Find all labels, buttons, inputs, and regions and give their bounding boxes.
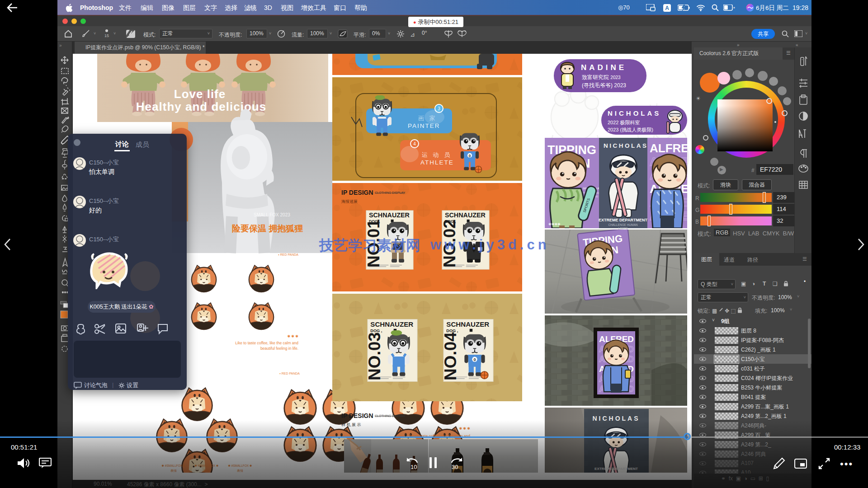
svg-text:LIMITS: LIMITS bbox=[618, 227, 628, 230]
svg-text:NICHOLAS: NICHOLAS bbox=[608, 109, 661, 117]
svg-text:(寻找毛爷爷) 2023: (寻找毛爷爷) 2023 bbox=[582, 82, 626, 89]
svg-text:CHALLENGE HUMAN: CHALLENGE HUMAN bbox=[608, 223, 637, 226]
svg-text:30: 30 bbox=[452, 464, 458, 470]
svg-text:ALFRED: ALFRED bbox=[650, 141, 692, 155]
svg-text:2023 (挑战人类极限): 2023 (挑战人类极限) bbox=[608, 127, 653, 132]
svg-text:✱✱✱✱: ✱✱✱✱ bbox=[548, 222, 561, 226]
svg-text:2022 极限科室: 2022 极限科室 bbox=[608, 120, 640, 125]
svg-text:致富研究院 2023: 致富研究院 2023 bbox=[582, 74, 621, 80]
svg-text:10: 10 bbox=[410, 464, 417, 470]
svg-text:NICHOLAS: NICHOLAS bbox=[604, 142, 648, 149]
svg-text:EXTREME DEPARTMENT: EXTREME DEPARTMENT bbox=[599, 218, 647, 222]
svg-text:NICHOLAS: NICHOLAS bbox=[592, 415, 640, 422]
svg-text:NADINE: NADINE bbox=[581, 63, 627, 72]
svg-text:A: A bbox=[665, 5, 669, 11]
svg-text:EXTREME DEPARTMENT: EXTREME DEPARTMENT bbox=[594, 467, 638, 471]
